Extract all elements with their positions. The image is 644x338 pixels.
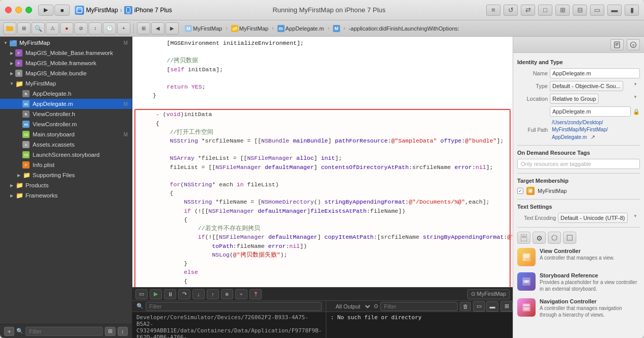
- minimize-button[interactable]: [15, 7, 22, 13]
- debug-pause-btn[interactable]: ⏸: [164, 289, 176, 299]
- editor-toggle-button[interactable]: ≡: [486, 5, 500, 16]
- sidebar-item-project[interactable]: MyFirstMap M: [0, 38, 132, 48]
- lib-icon-circle[interactable]: [548, 232, 561, 244]
- debug-location-btn[interactable]: 📍: [249, 289, 262, 299]
- debug-step-over-btn[interactable]: ↷: [178, 289, 190, 299]
- identity-type-title: Identity and Type: [517, 59, 640, 65]
- target-checkbox[interactable]: [517, 188, 523, 194]
- maximize-button[interactable]: [25, 7, 32, 13]
- sidebar-item-viewcontroller-h[interactable]: h ViewController.h: [0, 109, 132, 119]
- sidebar-filter-input[interactable]: [25, 327, 103, 336]
- encoding-select[interactable]: Default - Unicode (UTF-8): [558, 213, 628, 223]
- warning-btn[interactable]: ⚠: [46, 22, 59, 35]
- navigator-toggle-button[interactable]: ▭: [590, 5, 604, 16]
- code-line: if (![[NSFileManager defaultManager]file…: [135, 207, 510, 215]
- lib-icon-file[interactable]: [517, 232, 530, 244]
- nav-back-btn[interactable]: ◀: [151, 22, 164, 35]
- standard-editor-button[interactable]: □: [538, 5, 552, 16]
- disc-bundle[interactable]: [8, 70, 15, 77]
- code-editor[interactable]: [MGSEnvironment initializeEnvironment]; …: [132, 37, 513, 287]
- sort-btn[interactable]: ↕: [89, 22, 102, 35]
- assistant-editor-button[interactable]: ⊞: [555, 5, 570, 16]
- sidebar-item-supporting[interactable]: 📁 Supporting Files: [0, 170, 132, 180]
- tags-input[interactable]: Only resources are taggable: [517, 159, 640, 169]
- utilities-toggle-button[interactable]: ▮: [625, 5, 639, 16]
- recent-btn[interactable]: 🕐: [103, 22, 116, 35]
- rp-help-btn[interactable]: ?: [627, 39, 640, 50]
- debug-right-filter[interactable]: [380, 302, 458, 311]
- back-forward-button[interactable]: ⇄: [521, 5, 535, 16]
- project-selector[interactable]: MyFirstMap › iPhone 7 Plus: [75, 6, 172, 15]
- breadcrumb-file[interactable]: m AppDelegate.m: [275, 24, 326, 33]
- debug-grid-btn[interactable]: ⊞: [500, 301, 513, 312]
- debug-step-out-btn[interactable]: ↑: [207, 289, 219, 299]
- error-btn[interactable]: ●: [60, 22, 73, 35]
- refresh-button[interactable]: ↺: [503, 5, 518, 16]
- debug-step-in-btn[interactable]: ↓: [192, 289, 205, 299]
- debug-hide-btn[interactable]: ▭: [135, 289, 148, 299]
- lib-nav-desc: A controller that manages navigation thr…: [540, 305, 640, 318]
- breadcrumb-folder[interactable]: 📁 MyFirstMap: [229, 24, 270, 33]
- debug-trash-btn[interactable]: 🗑: [460, 302, 471, 311]
- lib-icon-square[interactable]: [563, 232, 576, 244]
- sidebar-item-main-storyboard[interactable]: SB Main.storyboard M: [0, 129, 132, 139]
- add-btn[interactable]: +: [117, 22, 130, 35]
- sidebar-item-appdelegate-h[interactable]: h AppDelegate.h: [0, 89, 132, 99]
- debug-output-select[interactable]: All Output: [330, 302, 372, 311]
- nav-hierarchy-btn[interactable]: ⊞: [17, 22, 31, 35]
- products-icon: 📁: [15, 181, 23, 189]
- debug-view-debug-btn[interactable]: ⊕: [221, 289, 233, 299]
- disc-framework-base[interactable]: [8, 49, 15, 57]
- breadcrumb-project[interactable]: M MyFirstMap: [183, 24, 224, 33]
- debug-toggle-button[interactable]: ▬: [607, 5, 622, 16]
- sidebar-item-launch-sb[interactable]: SB LaunchScreen.storyboard: [0, 150, 132, 160]
- disc-products[interactable]: [8, 182, 15, 189]
- rp-file-inspector-btn[interactable]: [610, 39, 624, 50]
- stop-button[interactable]: ■: [54, 5, 70, 16]
- nav-fwd-btn[interactable]: ▶: [165, 22, 179, 35]
- disc-framework-mobile[interactable]: [8, 60, 15, 67]
- sidebar-option-btn[interactable]: ⊞: [105, 327, 115, 336]
- sidebar-item-frameworks[interactable]: 📁 Frameworks: [0, 190, 132, 201]
- sidebar-item-info-plist[interactable]: P Info.plist: [0, 160, 132, 170]
- breadcrumb-badge[interactable]: M: [331, 24, 342, 33]
- sidebar-item-bundle[interactable]: B MapGIS_Mobile.bundle: [0, 68, 132, 78]
- sidebar-item-assets[interactable]: A Assets.xcassets: [0, 139, 132, 150]
- disclosure-project[interactable]: [2, 39, 9, 46]
- type-select[interactable]: Default - Objective-C Sou...: [550, 81, 623, 91]
- sidebar-item-viewcontroller-m[interactable]: m ViewController.m: [0, 119, 132, 129]
- debug-simulate-btn[interactable]: ≈: [235, 289, 247, 299]
- disc-main-sb: [15, 131, 22, 138]
- search-btn[interactable]: 🔍: [32, 22, 45, 35]
- name-field-input[interactable]: [550, 68, 640, 78]
- disc-frameworks[interactable]: [8, 192, 15, 199]
- sidebar-item-appdelegate-m[interactable]: m AppDelegate.m M: [0, 99, 132, 109]
- filter-btn[interactable]: ⊘: [74, 22, 88, 35]
- sidebar-item-myfirstmap-folder[interactable]: 📁 MyFirstMap: [0, 78, 132, 89]
- sidebar-item-framework-base[interactable]: F MapGIS_Mobile_Base.framework: [0, 48, 132, 58]
- close-button[interactable]: [5, 7, 12, 13]
- location-select[interactable]: Relative to Group: [550, 94, 599, 104]
- path-reveal-icon[interactable]: ↗: [591, 134, 595, 140]
- debug-split-btn1[interactable]: ▭: [473, 301, 485, 312]
- disc-supporting[interactable]: [15, 172, 22, 179]
- sidebar-sort-btn[interactable]: ↕: [118, 327, 128, 336]
- add-file-button[interactable]: +: [4, 327, 14, 336]
- vc-m-label: ViewController.m: [33, 121, 77, 127]
- framework-mobile-icon: F: [15, 60, 22, 67]
- sidebar-item-framework-mobile[interactable]: F MapGIS_Mobile.framework: [0, 58, 132, 68]
- breadcrumb-method[interactable]: -application:didFinishLaunchingWithOptio…: [347, 24, 461, 33]
- version-editor-button[interactable]: ⊟: [573, 5, 587, 16]
- sidebar-item-products[interactable]: 📁 Products: [0, 180, 132, 190]
- debug-split-btn2[interactable]: ▬: [486, 301, 498, 312]
- run-button[interactable]: ▶: [38, 5, 53, 16]
- debug-left-filter[interactable]: [146, 302, 322, 311]
- debug-continue-btn[interactable]: ▶: [150, 289, 162, 299]
- bundle-icon: B: [15, 70, 22, 77]
- grid-btn[interactable]: ⊞: [137, 22, 150, 35]
- disc-myfirstmap-folder[interactable]: [8, 80, 15, 87]
- folder-icon-btn[interactable]: [3, 22, 16, 35]
- filename-input[interactable]: [550, 106, 631, 117]
- myfirstmap-debug-btn[interactable]: ⊙ MyFirstMap: [467, 289, 510, 299]
- lib-icon-filter[interactable]: ⊙: [533, 232, 546, 244]
